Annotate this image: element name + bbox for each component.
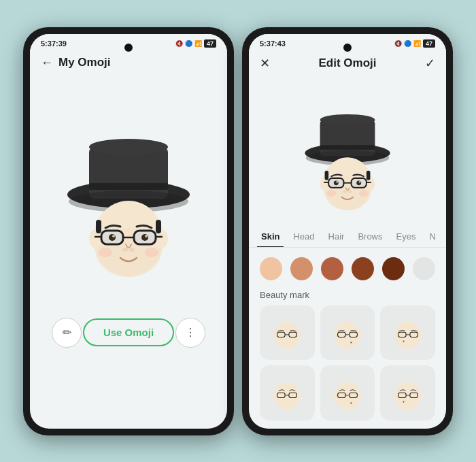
omoji-display-left — [30, 76, 227, 307]
camera-hole — [124, 44, 133, 52]
svg-point-42 — [334, 180, 339, 185]
svg-point-18 — [112, 235, 115, 237]
tab-head[interactable]: Head — [289, 226, 318, 247]
skin-color-1[interactable] — [260, 257, 282, 280]
phones-container: 5:37:39 🔇 🔵 📶 47 ← My Omoji — [23, 27, 453, 435]
svg-point-60 — [335, 321, 360, 348]
status-time-left: 5:37:39 — [41, 39, 67, 48]
tab-brows[interactable]: Brows — [354, 226, 386, 247]
face-thumbnail-grid — [249, 306, 446, 420]
svg-point-19 — [145, 235, 148, 237]
tab-more[interactable]: N — [425, 226, 439, 247]
skin-color-4[interactable] — [352, 257, 374, 280]
more-button[interactable]: ⋮ — [175, 318, 205, 348]
svg-point-28 — [320, 114, 375, 126]
skin-color-disabled — [413, 257, 435, 280]
svg-point-23 — [145, 248, 158, 257]
svg-point-53 — [275, 321, 300, 348]
svg-point-44 — [336, 181, 338, 183]
svg-point-20 — [122, 248, 128, 252]
bt-icon: 🔵 — [185, 40, 192, 47]
confirm-button[interactable]: ✓ — [425, 56, 435, 71]
silent-icon-r: 🔇 — [394, 40, 402, 47]
svg-point-49 — [359, 190, 369, 197]
svg-point-17 — [141, 234, 148, 241]
tab-skin[interactable]: Skin — [257, 226, 284, 247]
face-thumb-6[interactable] — [380, 365, 435, 420]
svg-point-91 — [395, 382, 420, 409]
svg-rect-29 — [320, 145, 375, 150]
category-tabs: Skin Head Hair Brows Eyes N — [249, 226, 446, 248]
status-time-right: 5:37:43 — [260, 39, 286, 48]
battery-right: 47 — [423, 39, 435, 48]
svg-point-66 — [350, 342, 352, 343]
svg-point-21 — [129, 248, 135, 252]
svg-point-74 — [403, 340, 404, 342]
tab-hair[interactable]: Hair — [324, 226, 349, 247]
left-phone: 5:37:39 🔇 🔵 📶 47 ← My Omoji — [23, 27, 234, 435]
svg-point-68 — [395, 321, 420, 348]
close-button[interactable]: ✕ — [260, 56, 270, 71]
back-button[interactable]: ← — [41, 56, 53, 70]
svg-rect-24 — [96, 220, 101, 233]
skin-color-3[interactable] — [321, 257, 343, 280]
face-thumb-2[interactable] — [320, 306, 375, 361]
svg-rect-51 — [367, 171, 371, 180]
svg-point-2 — [89, 139, 168, 155]
top-nav-left: ← My Omoji — [30, 50, 227, 76]
svg-point-89 — [350, 402, 352, 403]
svg-point-45 — [359, 181, 361, 183]
use-omoji-button[interactable]: Use Omoji — [83, 318, 174, 346]
edit-title: Edit Omoji — [319, 56, 377, 70]
action-bar-left: ✏ Use Omoji ⋮ — [30, 307, 227, 359]
skin-color-5[interactable] — [382, 257, 405, 280]
edit-icon: ✏ — [63, 326, 71, 339]
face-thumb-1[interactable] — [260, 306, 315, 361]
face-thumb-3[interactable] — [380, 306, 435, 361]
tab-eyes[interactable]: Eyes — [392, 226, 420, 247]
page-title-left: My Omoji — [58, 56, 111, 69]
svg-rect-50 — [325, 171, 329, 180]
status-icons-left: 🔇 🔵 📶 47 — [175, 39, 216, 48]
signal-icon: 📶 — [194, 40, 202, 47]
skin-color-options — [249, 248, 446, 287]
edit-button[interactable]: ✏ — [52, 318, 82, 348]
bt-icon-r: 🔵 — [404, 40, 411, 47]
face-thumb-4[interactable] — [260, 365, 315, 420]
more-icon: ⋮ — [185, 326, 196, 339]
signal-icon-r: 📶 — [413, 40, 421, 47]
right-phone: 5:37:43 🔇 🔵 📶 47 ✕ Edit Omoji ✓ — [242, 27, 453, 435]
beauty-mark-label: Beauty mark — [249, 287, 446, 306]
left-screen: 5:37:39 🔇 🔵 📶 47 ← My Omoji — [30, 34, 227, 429]
right-screen: 5:37:43 🔇 🔵 📶 47 ✕ Edit Omoji ✓ — [249, 34, 446, 429]
svg-point-22 — [99, 248, 112, 257]
svg-point-46 — [343, 190, 347, 193]
status-icons-right: 🔇 🔵 📶 47 — [394, 39, 435, 48]
svg-point-97 — [403, 401, 404, 402]
svg-point-83 — [335, 382, 360, 409]
svg-point-16 — [109, 234, 116, 241]
svg-rect-3 — [89, 183, 168, 190]
svg-point-76 — [275, 382, 300, 409]
omoji-avatar-left — [61, 96, 197, 286]
omoji-avatar-right — [300, 84, 395, 217]
silent-icon: 🔇 — [175, 40, 183, 47]
svg-rect-25 — [156, 220, 161, 233]
svg-point-48 — [326, 190, 336, 197]
skin-color-2[interactable] — [290, 257, 313, 280]
camera-hole-right — [343, 44, 352, 52]
edit-top-nav: ✕ Edit Omoji ✓ — [249, 50, 446, 76]
svg-point-43 — [356, 180, 361, 185]
battery-left: 47 — [204, 39, 216, 48]
omoji-display-right — [249, 76, 446, 226]
face-thumb-5[interactable] — [320, 365, 375, 420]
svg-point-47 — [348, 190, 352, 193]
